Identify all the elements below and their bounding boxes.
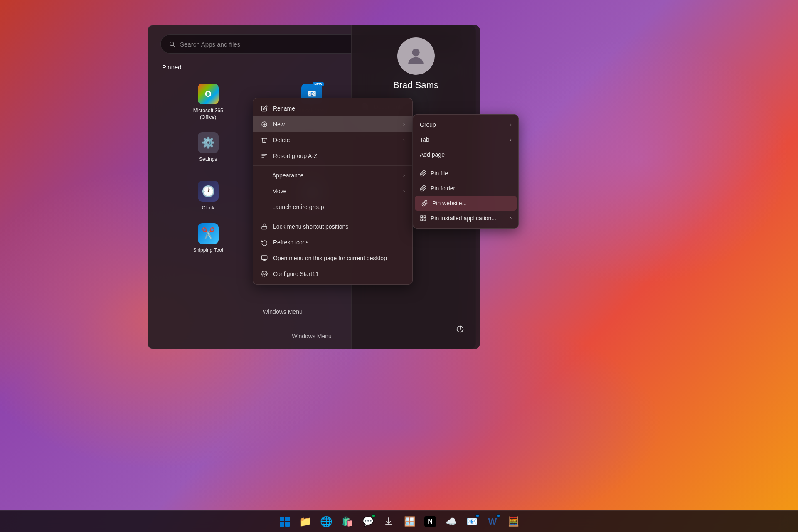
pin-website-icon <box>421 200 428 207</box>
store-button[interactable]: 🛍️ <box>337 512 357 531</box>
ctx-new-chevron: › <box>403 121 405 127</box>
ctx-rename[interactable]: Rename <box>253 101 412 116</box>
search-icon <box>168 40 176 48</box>
app-name-m365: Microsoft 365(Office) <box>193 108 223 121</box>
edge-icon: 🌐 <box>320 516 332 527</box>
word-button[interactable]: W <box>483 512 502 531</box>
user-name: Brad Sams <box>393 80 438 91</box>
app-item-settings[interactable]: ⚙️ Settings <box>156 126 260 174</box>
sub-pin-website[interactable]: Pin website... <box>415 196 517 211</box>
start-button[interactable] <box>275 512 294 531</box>
ctx-resort-label: Resort group A-Z <box>273 153 318 159</box>
file-explorer-button[interactable]: 📁 <box>296 512 315 531</box>
pin-folder-icon <box>420 185 426 192</box>
outlook-taskbar-button[interactable]: 📧 <box>462 512 481 531</box>
taskbar: 📁 🌐 🛍️ 💬 🪟 N ☁️ 📧 W 🧮 <box>0 510 798 532</box>
sub-menu: Group › Tab › Add page Pin file... Pin f… <box>413 114 519 229</box>
ctx-configure-left: Configure Start11 <box>261 270 319 278</box>
sub-group-chevron: › <box>510 122 512 128</box>
refresh-icon <box>261 239 268 246</box>
downloads-button[interactable] <box>379 512 398 531</box>
sub-pin-file[interactable]: Pin file... <box>413 166 518 181</box>
store-icon: 🛍️ <box>342 516 353 527</box>
ctx-move-label: Move <box>272 188 286 195</box>
backup-button[interactable]: ☁️ <box>441 512 461 531</box>
ctx-launch-label: Launch entire group <box>272 204 324 210</box>
sub-pin-file-label: Pin file... <box>431 170 453 177</box>
teams-button[interactable]: 💬 <box>358 512 377 531</box>
user-avatar[interactable] <box>397 37 435 75</box>
ctx-lock[interactable]: Lock menu shortcut positions <box>253 219 412 234</box>
ctx-rename-label: Rename <box>273 105 295 112</box>
ctx-appearance-left: Appearance <box>261 172 304 179</box>
ctx-appearance[interactable]: Appearance › <box>253 167 412 183</box>
ctx-lock-label: Lock menu shortcut positions <box>273 223 348 230</box>
teams-icon: 💬 <box>362 516 374 527</box>
ctx-open-menu-label: Open menu on this page for current deskt… <box>273 255 387 261</box>
app-item-snipping[interactable]: ✂️ Snipping Tool <box>156 217 260 259</box>
ctx-refresh[interactable]: Refresh icons <box>253 234 412 250</box>
app-item-m365[interactable]: O Microsoft 365(Office) <box>156 77 260 126</box>
new-icon <box>261 121 268 128</box>
ctx-delete-left: Delete <box>261 136 290 144</box>
sub-pin-app-left: Pin installed application... <box>420 215 496 222</box>
teams-badge <box>372 514 376 518</box>
context-menu: Rename New › Delete › Resort group A-Z <box>253 98 413 285</box>
ctx-open-menu[interactable]: Open menu on this page for current deskt… <box>253 250 412 266</box>
widgets-icon: 🪟 <box>404 516 415 527</box>
app-name-settings: Settings <box>199 156 217 163</box>
power-button[interactable] <box>453 322 468 337</box>
svg-point-14 <box>264 273 265 275</box>
sub-pin-folder-left: Pin folder... <box>420 185 460 192</box>
sub-add-page-label: Add page <box>420 151 445 158</box>
pin-file-icon <box>420 170 426 177</box>
sub-group[interactable]: Group › <box>413 117 518 132</box>
move-icon <box>261 187 267 195</box>
ctx-configure-label: Configure Start11 <box>273 271 319 277</box>
ctx-launch[interactable]: Launch entire group <box>253 199 412 215</box>
ctx-appearance-chevron: › <box>403 172 405 178</box>
ctx-new[interactable]: New › <box>253 116 412 132</box>
appearance-icon <box>261 172 267 179</box>
app-icon-settings: ⚙️ <box>198 132 219 153</box>
ctx-delete-chevron: › <box>403 137 405 143</box>
windows-logo <box>280 517 290 527</box>
backup-icon: ☁️ <box>446 516 457 527</box>
ctx-configure[interactable]: Configure Start11 <box>253 266 412 282</box>
sub-pin-folder[interactable]: Pin folder... <box>413 181 518 196</box>
gear-icon <box>261 270 268 278</box>
calculator-icon: 🧮 <box>508 516 519 527</box>
download-icon <box>384 517 394 527</box>
app-icon-m365: O <box>198 84 219 104</box>
notion-button[interactable]: N <box>421 512 440 531</box>
grid-icon <box>420 215 426 222</box>
avatar-icon <box>404 45 427 68</box>
sort-icon <box>261 152 268 160</box>
ctx-delete[interactable]: Delete › <box>253 132 412 148</box>
ctx-resort[interactable]: Resort group A-Z <box>253 148 412 164</box>
ctx-appearance-label: Appearance <box>272 172 304 179</box>
ctx-separator-1 <box>253 165 412 166</box>
file-explorer-icon: 📁 <box>299 516 312 527</box>
sub-separator <box>413 164 518 164</box>
rename-icon <box>261 105 268 112</box>
outlook-badge <box>475 514 480 518</box>
ctx-delete-label: Delete <box>273 137 290 143</box>
pinned-label: Pinned <box>162 64 182 71</box>
ctx-move[interactable]: Move › <box>253 183 412 199</box>
svg-rect-18 <box>424 219 426 221</box>
sub-pin-app[interactable]: Pin installed application... › <box>413 211 518 226</box>
ctx-move-left: Move <box>261 187 286 195</box>
edge-button[interactable]: 🌐 <box>317 512 336 531</box>
calculator-button[interactable]: 🧮 <box>504 512 523 531</box>
windows-menu-label: Windows Menu <box>263 308 303 315</box>
sub-add-page[interactable]: Add page <box>413 147 518 162</box>
sub-tab[interactable]: Tab › <box>413 132 518 147</box>
sub-tab-label: Tab <box>420 136 429 143</box>
sub-pin-file-left: Pin file... <box>420 170 453 177</box>
widgets-button[interactable]: 🪟 <box>400 512 419 531</box>
svg-rect-11 <box>261 256 267 259</box>
desktop-icon <box>261 254 268 262</box>
app-name-snipping: Snipping Tool <box>193 247 223 254</box>
app-item-clock[interactable]: 🕐 Clock <box>156 174 260 217</box>
